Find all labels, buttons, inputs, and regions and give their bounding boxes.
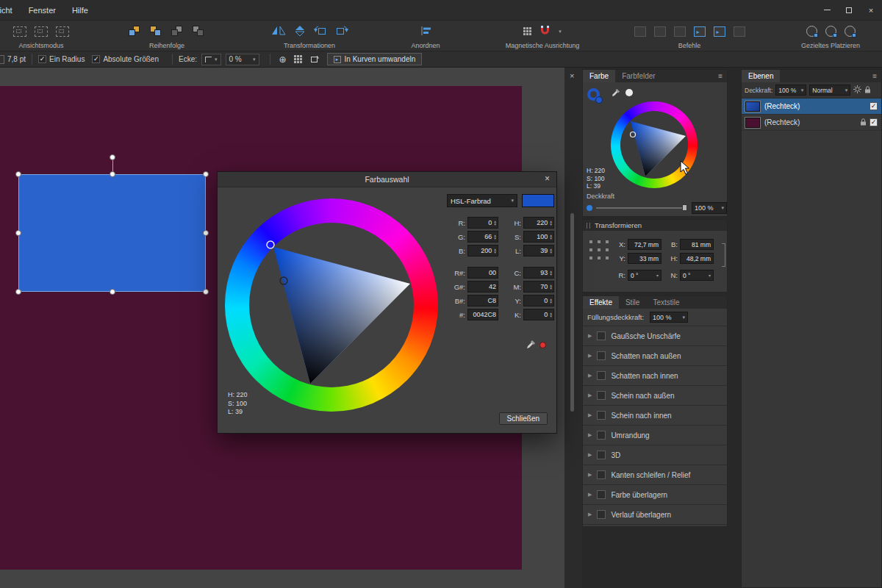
command-icon-4[interactable]: ▸ [694, 26, 706, 37]
place-icon-2[interactable] [825, 26, 836, 37]
anchor-point-grid[interactable] [589, 240, 609, 259]
arrange-icon[interactable] [420, 26, 431, 37]
stepper-icon[interactable]: ▴▾ [550, 248, 552, 254]
blend-mode-dropdown[interactable]: Normal▾ [809, 85, 850, 96]
eyedropper-icon[interactable] [526, 340, 536, 351]
stroke-width-value[interactable]: 7,8 pt [7, 55, 26, 63]
view-mode-icon-1[interactable] [13, 26, 26, 37]
g-hex-field[interactable]: 42 [467, 281, 498, 293]
menu-hilfe[interactable]: Hilfe [64, 6, 96, 15]
menu-ansicht[interactable]: sicht [0, 6, 21, 15]
expand-icon[interactable]: ▶ [588, 392, 592, 398]
corner-radius-dropdown[interactable]: 0 %▾ [226, 54, 259, 65]
y-field[interactable]: 0▴▾ [523, 295, 554, 306]
layer-row-rectangle-1[interactable]: (Rechteck) ✓ [742, 98, 881, 115]
stepper-icon[interactable]: ▴▾ [550, 270, 552, 276]
effect-row-inner-glow[interactable]: ▶Schein nach innen [583, 406, 727, 426]
corner-type-dropdown[interactable]: ▾ [201, 54, 221, 65]
effect-checkbox[interactable] [597, 371, 606, 380]
tab-textstile[interactable]: Textstile [646, 296, 686, 309]
shear-field[interactable]: 0 °▾ [680, 270, 714, 281]
ein-radius-checkbox[interactable]: ✓ Ein Radius [38, 55, 85, 63]
height-field[interactable]: 48,2 mm [680, 253, 714, 264]
eyedropper-icon[interactable] [612, 88, 620, 98]
stepper-icon[interactable]: ▴▾ [494, 234, 496, 240]
layers-opacity-dropdown[interactable]: 100 %▾ [775, 85, 806, 96]
effect-checkbox[interactable] [597, 431, 606, 440]
handle-top-mid[interactable] [110, 171, 115, 177]
y-field[interactable]: 33 mm [628, 253, 662, 264]
expand-icon[interactable]: ▶ [588, 373, 592, 379]
tab-farbe[interactable]: Farbe [583, 70, 615, 82]
r-field[interactable]: 0▴▾ [467, 217, 498, 229]
expand-icon[interactable]: ▶ [588, 452, 592, 458]
panel-scrollbar[interactable] [570, 213, 574, 412]
close-dialog-button[interactable]: Schließen [499, 412, 548, 425]
opacity-value-dropdown[interactable]: 100 %▾ [692, 202, 727, 214]
r-hex-field[interactable]: 00 [467, 267, 498, 279]
effect-checkbox[interactable] [597, 470, 606, 479]
target-icon[interactable]: ⊕ [276, 53, 290, 65]
k-field[interactable]: 0▴▾ [523, 309, 554, 320]
effect-checkbox[interactable] [597, 451, 606, 459]
fill-color-swatch[interactable] [595, 96, 603, 104]
dialog-close-icon[interactable]: × [545, 173, 550, 184]
color-mode-dropdown[interactable]: HSL-Farbrad▾ [447, 194, 517, 207]
expand-icon[interactable]: ▶ [588, 412, 592, 418]
stepper-icon[interactable]: ▴▾ [550, 312, 552, 318]
magnet-icon[interactable] [539, 25, 551, 37]
effect-row-outer-glow[interactable]: ▶Schein nach außen [583, 386, 727, 406]
panel-menu-icon[interactable]: ≡ [718, 72, 723, 80]
maximize-button[interactable] [838, 0, 860, 20]
opacity-slider-track[interactable] [596, 207, 686, 209]
effect-checkbox[interactable] [597, 510, 606, 519]
effect-row-outer-shadow[interactable]: ▶Schatten nach außen [583, 346, 727, 366]
expand-icon[interactable]: ▶ [588, 472, 592, 478]
view-mode-icon-3[interactable] [56, 26, 69, 37]
snap-grid-icon[interactable] [292, 53, 305, 65]
move-backward-icon[interactable] [171, 26, 184, 37]
handle-mid-right[interactable] [203, 230, 209, 236]
stroke-style-icon[interactable] [0, 55, 4, 64]
close-window-button[interactable]: × [860, 0, 882, 20]
move-to-front-icon[interactable] [129, 26, 142, 37]
effect-row-gaussian-blur[interactable]: ▶Gaußsche Unschärfe [583, 326, 727, 346]
stepper-icon[interactable]: ▴▾ [550, 298, 552, 304]
width-field[interactable]: 81 mm [680, 239, 714, 250]
place-icon-1[interactable] [806, 26, 817, 37]
expand-icon[interactable]: ▶ [588, 432, 592, 438]
handle-top-right[interactable] [203, 171, 209, 177]
command-icon-6[interactable] [734, 26, 745, 37]
opacity-slider-thumb[interactable] [682, 204, 687, 211]
stepper-icon[interactable]: ▴▾ [550, 284, 552, 290]
tab-ebenen[interactable]: Ebenen [742, 70, 780, 82]
fill-opacity-dropdown[interactable]: 100 %▾ [650, 312, 688, 323]
hex-field[interactable]: 0042C8 [467, 309, 498, 320]
flip-vertical-icon[interactable] [294, 25, 306, 38]
x-field[interactable]: 72,7 mm [628, 239, 662, 250]
stepper-icon[interactable]: ▴▾ [550, 220, 552, 226]
h-field[interactable]: 220▴▾ [523, 217, 554, 229]
layer-settings-icon[interactable] [853, 85, 861, 95]
command-icon-2[interactable] [654, 26, 666, 37]
rotate-tool-icon[interactable] [307, 53, 320, 65]
handle-mid-left[interactable] [15, 230, 21, 236]
command-icon-1[interactable] [634, 26, 646, 37]
snapping-grid-icon[interactable] [523, 27, 531, 35]
effect-row-gradient-overlay[interactable]: ▶Verlauf überlagern [583, 505, 727, 525]
c-field[interactable]: 93▴▾ [523, 267, 554, 279]
expand-icon[interactable]: ▶ [588, 353, 592, 359]
flip-horizontal-icon[interactable] [271, 25, 286, 37]
handle-bottom-left[interactable] [15, 289, 21, 295]
snapping-dropdown-icon[interactable]: ▾ [559, 29, 562, 35]
handle-bottom-right[interactable] [203, 289, 209, 295]
link-dimensions-icon[interactable] [722, 243, 725, 267]
place-icon-3[interactable] [845, 26, 856, 37]
view-mode-icon-2[interactable] [35, 26, 48, 37]
stepper-icon[interactable]: ▴▾ [550, 234, 552, 240]
handle-bottom-mid[interactable] [110, 289, 115, 295]
hsl-color-wheel[interactable] [225, 198, 438, 412]
effect-checkbox[interactable] [597, 490, 606, 499]
lock-icon[interactable] [864, 86, 871, 95]
selected-rectangle[interactable] [18, 174, 206, 292]
